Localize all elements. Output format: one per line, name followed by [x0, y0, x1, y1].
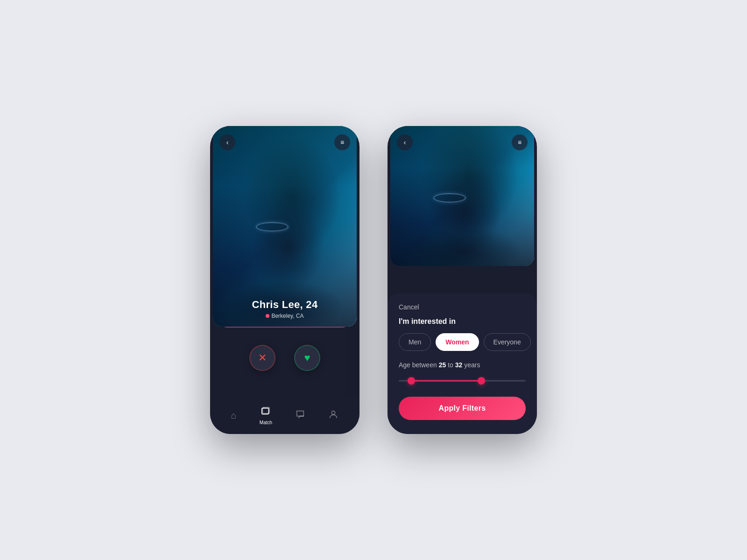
profile-card[interactable]: Chris Lee, 24 Berkeley, CA — [213, 126, 357, 327]
messages-icon — [295, 409, 305, 422]
age-label: Age between 25 to 32 years — [399, 361, 526, 369]
location-icon — [266, 314, 269, 318]
svg-point-2 — [332, 411, 335, 414]
phone-right: ‹ ≡ Cancel I'm interested in Men — [388, 126, 537, 434]
slider-thumb-min[interactable] — [408, 377, 415, 385]
nav-match[interactable]: Match — [260, 406, 272, 425]
dislike-icon: ✕ — [258, 352, 267, 364]
interest-women[interactable]: Women — [436, 333, 479, 351]
slider-fill — [411, 380, 481, 382]
filter-panel: Cancel I'm interested in Men Women Every… — [388, 294, 537, 434]
profile-image: Chris Lee, 24 Berkeley, CA — [213, 126, 357, 327]
bottom-nav: ⌂ Match — [210, 397, 359, 434]
top-bar-left: ‹ ≡ — [210, 126, 359, 155]
interest-men[interactable]: Men — [399, 333, 431, 351]
nav-home[interactable]: ⌂ — [231, 410, 237, 421]
profile-name: Chris Lee, 24 — [213, 299, 357, 311]
phone-left: ‹ ≡ Chris Lee, 24 — [210, 126, 359, 434]
like-button[interactable]: ♥ — [294, 345, 320, 371]
menu-icon-left: ≡ — [340, 139, 344, 146]
nav-messages[interactable] — [295, 409, 305, 422]
profile-location: Berkeley, CA — [213, 313, 357, 319]
like-icon: ♥ — [304, 352, 310, 364]
dislike-button[interactable]: ✕ — [249, 345, 275, 371]
top-bar-right: ‹ ≡ — [388, 126, 537, 155]
match-icon — [261, 406, 271, 419]
menu-icon-right: ≡ — [518, 139, 521, 146]
menu-button-left[interactable]: ≡ — [334, 134, 350, 150]
card-area: Chris Lee, 24 Berkeley, CA ✕ ♥ — [210, 126, 359, 397]
nav-profile[interactable] — [328, 409, 338, 422]
menu-button-right[interactable]: ≡ — [512, 134, 528, 150]
interest-buttons: Men Women Everyone — [399, 333, 526, 351]
right-glasses — [433, 193, 466, 203]
apply-filters-button[interactable]: Apply Filters — [399, 397, 526, 420]
profile-icon — [328, 409, 338, 422]
back-button-left[interactable]: ‹ — [219, 134, 235, 150]
age-slider[interactable] — [399, 376, 526, 385]
back-icon-right: ‹ — [404, 139, 406, 146]
back-button-right[interactable]: ‹ — [397, 134, 413, 150]
back-icon-left: ‹ — [226, 139, 229, 146]
profile-info: Chris Lee, 24 Berkeley, CA — [213, 299, 357, 319]
action-buttons: ✕ ♥ — [210, 345, 359, 371]
home-icon: ⌂ — [231, 410, 237, 421]
match-label: Match — [260, 420, 272, 425]
cancel-button[interactable]: Cancel — [399, 303, 419, 311]
filter-title: I'm interested in — [399, 317, 526, 326]
interest-everyone[interactable]: Everyone — [484, 333, 531, 351]
slider-thumb-max[interactable] — [478, 377, 485, 385]
